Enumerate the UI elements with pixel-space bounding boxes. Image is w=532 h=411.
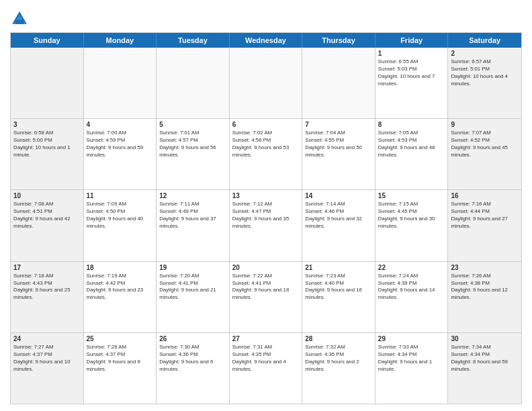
calendar-cell: 16Sunrise: 7:16 AM Sunset: 4:44 PM Dayli…: [448, 190, 521, 261]
cell-detail: Sunrise: 7:09 AM Sunset: 4:50 PM Dayligh…: [87, 201, 154, 230]
cell-detail: Sunrise: 7:14 AM Sunset: 4:46 PM Dayligh…: [305, 201, 372, 230]
calendar-cell: [302, 48, 375, 118]
cell-detail: Sunrise: 7:16 AM Sunset: 4:44 PM Dayligh…: [451, 201, 519, 230]
cell-detail: Sunrise: 6:55 AM Sunset: 5:03 PM Dayligh…: [378, 58, 445, 88]
calendar: SundayMondayTuesdayWednesdayThursdayFrid…: [10, 32, 522, 404]
day-number: 28: [305, 335, 372, 342]
calendar-cell: 10Sunrise: 7:08 AM Sunset: 4:51 PM Dayli…: [11, 190, 84, 261]
day-number: 8: [378, 121, 445, 128]
header-day-tuesday: Tuesday: [157, 33, 230, 48]
day-number: 27: [232, 335, 300, 342]
day-number: 5: [159, 121, 226, 128]
day-number: 12: [159, 192, 226, 199]
day-number: 1: [378, 50, 445, 57]
cell-detail: Sunrise: 7:20 AM Sunset: 4:41 PM Dayligh…: [159, 273, 226, 302]
cell-detail: Sunrise: 7:22 AM Sunset: 4:41 PM Dayligh…: [232, 273, 300, 302]
calendar-cell: 24Sunrise: 7:27 AM Sunset: 4:37 PM Dayli…: [11, 333, 84, 404]
calendar-cell: [157, 48, 230, 118]
calendar-cell: [11, 48, 84, 118]
day-number: 15: [378, 192, 445, 199]
calendar-cell: 27Sunrise: 7:31 AM Sunset: 4:35 PM Dayli…: [230, 333, 303, 404]
day-number: 25: [87, 335, 154, 342]
cell-detail: Sunrise: 7:08 AM Sunset: 4:51 PM Dayligh…: [13, 201, 81, 230]
cell-detail: Sunrise: 7:11 AM Sunset: 4:49 PM Dayligh…: [159, 201, 226, 230]
calendar-cell: 4Sunrise: 7:00 AM Sunset: 4:59 PM Daylig…: [84, 119, 157, 189]
cell-detail: Sunrise: 6:58 AM Sunset: 5:00 PM Dayligh…: [13, 130, 81, 159]
cell-detail: Sunrise: 7:27 AM Sunset: 4:37 PM Dayligh…: [13, 344, 81, 373]
logo-icon: [10, 9, 29, 28]
cell-detail: Sunrise: 6:57 AM Sunset: 5:01 PM Dayligh…: [451, 58, 519, 88]
cell-detail: Sunrise: 7:04 AM Sunset: 4:55 PM Dayligh…: [305, 130, 372, 159]
header-day-friday: Friday: [375, 33, 449, 48]
day-number: 3: [13, 121, 81, 128]
day-number: 13: [232, 192, 300, 199]
cell-detail: Sunrise: 7:19 AM Sunset: 4:42 PM Dayligh…: [87, 273, 154, 302]
calendar-cell: 18Sunrise: 7:19 AM Sunset: 4:42 PM Dayli…: [84, 262, 157, 332]
cell-detail: Sunrise: 7:07 AM Sunset: 4:52 PM Dayligh…: [451, 130, 519, 159]
day-number: 17: [13, 264, 81, 271]
cell-detail: Sunrise: 7:33 AM Sunset: 4:34 PM Dayligh…: [378, 344, 445, 373]
cell-detail: Sunrise: 7:00 AM Sunset: 4:59 PM Dayligh…: [87, 130, 154, 159]
calendar-cell: 23Sunrise: 7:26 AM Sunset: 4:38 PM Dayli…: [448, 262, 521, 332]
cell-detail: Sunrise: 7:34 AM Sunset: 4:34 PM Dayligh…: [451, 344, 519, 373]
cell-detail: Sunrise: 7:24 AM Sunset: 4:39 PM Dayligh…: [378, 273, 445, 302]
day-number: 14: [305, 192, 372, 199]
cell-detail: Sunrise: 7:31 AM Sunset: 4:35 PM Dayligh…: [232, 344, 300, 373]
header-day-wednesday: Wednesday: [230, 33, 303, 48]
header-day-saturday: Saturday: [448, 33, 521, 48]
day-number: 29: [378, 335, 445, 342]
calendar-cell: [230, 48, 303, 118]
calendar-cell: 17Sunrise: 7:18 AM Sunset: 4:43 PM Dayli…: [11, 262, 84, 332]
calendar-cell: 5Sunrise: 7:01 AM Sunset: 4:57 PM Daylig…: [157, 119, 230, 189]
day-number: 24: [13, 335, 81, 342]
calendar-cell: 7Sunrise: 7:04 AM Sunset: 4:55 PM Daylig…: [302, 119, 375, 189]
day-number: 9: [451, 121, 519, 128]
cell-detail: Sunrise: 7:01 AM Sunset: 4:57 PM Dayligh…: [159, 130, 226, 159]
day-number: 22: [378, 264, 445, 271]
cell-detail: Sunrise: 7:28 AM Sunset: 4:37 PM Dayligh…: [87, 344, 154, 373]
calendar-header: SundayMondayTuesdayWednesdayThursdayFrid…: [11, 33, 521, 48]
calendar-cell: 3Sunrise: 6:58 AM Sunset: 5:00 PM Daylig…: [11, 119, 84, 189]
cell-detail: Sunrise: 7:30 AM Sunset: 4:36 PM Dayligh…: [159, 344, 226, 373]
day-number: 2: [451, 50, 519, 57]
header-day-monday: Monday: [84, 33, 157, 48]
cell-detail: Sunrise: 7:15 AM Sunset: 4:45 PM Dayligh…: [378, 201, 445, 230]
calendar-cell: 6Sunrise: 7:02 AM Sunset: 4:56 PM Daylig…: [230, 119, 303, 189]
day-number: 23: [451, 264, 519, 271]
cell-detail: Sunrise: 7:12 AM Sunset: 4:47 PM Dayligh…: [232, 201, 300, 230]
calendar-cell: 11Sunrise: 7:09 AM Sunset: 4:50 PM Dayli…: [84, 190, 157, 261]
calendar-cell: 30Sunrise: 7:34 AM Sunset: 4:34 PM Dayli…: [448, 333, 521, 404]
calendar-body: 1Sunrise: 6:55 AM Sunset: 5:03 PM Daylig…: [11, 48, 521, 404]
page: SundayMondayTuesdayWednesdayThursdayFrid…: [0, 0, 532, 411]
day-number: 7: [305, 121, 372, 128]
header: [10, 7, 522, 28]
day-number: 4: [87, 121, 154, 128]
calendar-cell: 25Sunrise: 7:28 AM Sunset: 4:37 PM Dayli…: [84, 333, 157, 404]
day-number: 10: [13, 192, 81, 199]
day-number: 26: [159, 335, 226, 342]
day-number: 20: [232, 264, 300, 271]
cell-detail: Sunrise: 7:23 AM Sunset: 4:40 PM Dayligh…: [305, 273, 372, 302]
calendar-cell: 14Sunrise: 7:14 AM Sunset: 4:46 PM Dayli…: [302, 190, 375, 261]
calendar-cell: 13Sunrise: 7:12 AM Sunset: 4:47 PM Dayli…: [230, 190, 303, 261]
calendar-cell: 2Sunrise: 6:57 AM Sunset: 5:01 PM Daylig…: [448, 48, 521, 118]
calendar-cell: 9Sunrise: 7:07 AM Sunset: 4:52 PM Daylig…: [448, 119, 521, 189]
calendar-cell: 29Sunrise: 7:33 AM Sunset: 4:34 PM Dayli…: [375, 333, 449, 404]
calendar-row-1: 3Sunrise: 6:58 AM Sunset: 5:00 PM Daylig…: [11, 118, 521, 189]
calendar-row-4: 24Sunrise: 7:27 AM Sunset: 4:37 PM Dayli…: [11, 332, 521, 404]
calendar-cell: 15Sunrise: 7:15 AM Sunset: 4:45 PM Dayli…: [375, 190, 449, 261]
day-number: 16: [451, 192, 519, 199]
svg-rect-2: [15, 20, 24, 24]
day-number: 21: [305, 264, 372, 271]
logo: [10, 9, 32, 28]
header-day-thursday: Thursday: [302, 33, 375, 48]
calendar-cell: 22Sunrise: 7:24 AM Sunset: 4:39 PM Dayli…: [375, 262, 449, 332]
calendar-cell: 19Sunrise: 7:20 AM Sunset: 4:41 PM Dayli…: [157, 262, 230, 332]
calendar-cell: [84, 48, 157, 118]
cell-detail: Sunrise: 7:26 AM Sunset: 4:38 PM Dayligh…: [451, 273, 519, 302]
calendar-row-0: 1Sunrise: 6:55 AM Sunset: 5:03 PM Daylig…: [11, 48, 521, 118]
calendar-cell: 26Sunrise: 7:30 AM Sunset: 4:36 PM Dayli…: [157, 333, 230, 404]
calendar-cell: 28Sunrise: 7:32 AM Sunset: 4:35 PM Dayli…: [302, 333, 375, 404]
calendar-cell: 20Sunrise: 7:22 AM Sunset: 4:41 PM Dayli…: [230, 262, 303, 332]
cell-detail: Sunrise: 7:05 AM Sunset: 4:53 PM Dayligh…: [378, 130, 445, 159]
